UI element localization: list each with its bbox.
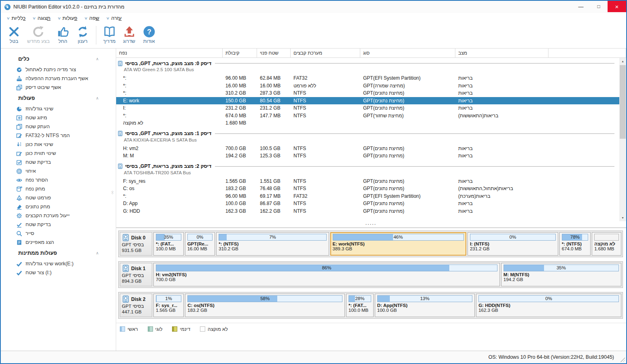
cell-volume: *: bbox=[116, 89, 223, 97]
legend-item-dynamic: דינמי bbox=[172, 326, 190, 332]
sidebar-item-pending-resize[interactable]: שינוי גודל/הזז work(E:) bbox=[1, 259, 116, 268]
disk0-partition-4[interactable]: 0%I: (NTFS)231.2 GB bbox=[468, 232, 558, 256]
table-row-d1-1[interactable]: M: M194.2 GB125.3 GBNTFSGPT(מחיצת נתונים… bbox=[116, 152, 619, 160]
table-row-d0-6[interactable]: לא מוקצה1.680 MB bbox=[116, 119, 619, 127]
disk2-partition-0[interactable]: 1%F: sys_r...1.565 GB bbox=[153, 294, 184, 317]
disk-group-header[interactable]: דיסק 0: מצב מוצק, בריאות, GPT, בסיסי bbox=[116, 60, 619, 67]
sidebar-item-merge[interactable]: מיזוג שטח bbox=[1, 113, 116, 122]
sidebar-item-format[interactable]: פורמט שטח bbox=[1, 193, 116, 202]
sidebar-item-drive-letter[interactable]: שינוי אות כונן bbox=[1, 140, 116, 149]
disk-name: Disk 1 bbox=[122, 265, 150, 272]
close-button[interactable]: × bbox=[608, 1, 626, 12]
sidebar-item-pending-create[interactable]: צור שטח (I:) bbox=[1, 268, 116, 277]
sidebar-item-hide-volume[interactable]: הסתר נפח bbox=[1, 176, 116, 184]
menu-item-general[interactable]: ∨כלליות bbox=[3, 14, 29, 22]
sidebar-item-label: צור שטח (I:) bbox=[26, 270, 51, 275]
section-title: פעולות ממתינות bbox=[18, 250, 57, 256]
column-header-0[interactable]: נפח bbox=[116, 49, 223, 57]
menu-item-language[interactable]: ∨שפה bbox=[81, 14, 103, 22]
table-row-d0-3[interactable]: E: work150.0 GB80.54 GBNTFSGPT(מחיצת נתו… bbox=[116, 97, 619, 105]
disk-info-0[interactable]: Disk 0GPT בסיסי931.5 GB bbox=[120, 232, 152, 256]
table-row-d2-3[interactable]: D: App100.0 GB86.87 GBNTFSGPT(מחיצת נתונ… bbox=[116, 200, 619, 207]
disk-info-2[interactable]: Disk 2GPT בסיסי447.1 GB bbox=[120, 294, 152, 317]
menu-item-view[interactable]: ∨תצוגה bbox=[29, 14, 54, 22]
refresh-button[interactable]: רענון bbox=[73, 25, 93, 44]
table-row-d0-0[interactable]: *:96.00 MB62.84 MBFAT32GPT(EFI System Pa… bbox=[116, 74, 619, 82]
table-row-d0-1[interactable]: *:16.00 MB16.00 MBללא פורמטGPT(מחיצה שמו… bbox=[116, 82, 619, 90]
disk-group-header[interactable]: דיסק 2: מצב מוצק, בריאות, GPT, בסיסי bbox=[116, 163, 619, 170]
disk2-partition-4[interactable]: 0%G: HDD(NTFS)162.3 GB bbox=[476, 294, 621, 317]
apply-button[interactable]: החל bbox=[53, 25, 73, 44]
sidebar-item-label: המר NTFS ל-FAT32 bbox=[26, 133, 70, 138]
horizontal-splitter[interactable]: ▪▪▪▪▪ bbox=[116, 221, 626, 228]
disk-group-header[interactable]: דיסק 1: מצב מוצק, בריאות, GPT, בסיסי bbox=[116, 130, 619, 137]
sidebar-item-optimize-fs[interactable]: ייעול מערכת הקבצים bbox=[1, 211, 116, 220]
sidebar-item-os-migration[interactable]: אשף העברת מערכת ההפעלה bbox=[1, 74, 116, 83]
disk-icon bbox=[122, 295, 130, 303]
vertical-scrollbar[interactable]: ▲ ▼ bbox=[619, 58, 626, 221]
scroll-up-icon[interactable]: ▲ bbox=[619, 58, 626, 65]
table-row-d2-1[interactable]: C: os183.2 GB76.48 GBNTFSGPT(מחיצת נתוני… bbox=[116, 185, 619, 193]
column-header-3[interactable]: מערכת קבצים bbox=[291, 49, 360, 57]
scroll-thumb[interactable] bbox=[620, 65, 626, 139]
disk-info-1[interactable]: Disk 1GPT בסיסי894.3 GB bbox=[120, 263, 152, 286]
about-button[interactable]: ?אודות bbox=[139, 25, 159, 44]
section-header-pending[interactable]: פעולות ממתינות∧ bbox=[1, 247, 116, 259]
minimize-button[interactable]: — bbox=[572, 1, 590, 12]
disk1-partition-0[interactable]: 86%H: vm2(NTFS)700.0 GB bbox=[153, 263, 500, 286]
cell-status: בריאות bbox=[455, 207, 548, 215]
disk0-partition-1[interactable]: 0%GPT(Re...16.00 MB bbox=[185, 232, 215, 256]
guide-button[interactable]: מדריך bbox=[100, 25, 119, 44]
column-header-5[interactable]: מצב bbox=[455, 49, 548, 57]
legend-swatch-dynamic bbox=[172, 326, 177, 332]
sidebar-item-copy[interactable]: העתק שטח bbox=[1, 122, 116, 131]
sidebar-item-resize-move[interactable]: שינוי גודל/הזז bbox=[1, 104, 116, 113]
column-header-4[interactable]: סוג bbox=[360, 49, 455, 57]
disk0-partition-3[interactable]: 46%E: work(NTFS)389.3 GB bbox=[330, 232, 466, 256]
sidebar-splitter[interactable]: ⁘⁘ bbox=[111, 191, 113, 194]
column-header-1[interactable]: קיבולת bbox=[223, 49, 257, 57]
scroll-down-icon[interactable]: ▼ bbox=[619, 214, 626, 221]
disk0-partition-0[interactable]: 35%*: (FAT...100.0 MB bbox=[153, 232, 184, 256]
menu-item-help[interactable]: ∨עזרה bbox=[103, 14, 125, 22]
table-row-d1-0[interactable]: H: vm2700.0 GB100.5 GBNTFSGPT(מחיצת נתונ… bbox=[116, 145, 619, 152]
sidebar-item-wipe-data[interactable]: מחק נתונים bbox=[1, 202, 116, 211]
section-header-operations[interactable]: פעולות∧ bbox=[1, 92, 116, 104]
column-header-6[interactable] bbox=[548, 49, 626, 57]
upgrade-button[interactable]: שדרוג bbox=[119, 25, 139, 44]
resize-grip[interactable] bbox=[620, 357, 625, 362]
table-row-d2-4[interactable]: G: HDD162.3 GB162.2 GBNTFSGPT(מחיצת נתונ… bbox=[116, 207, 619, 215]
table-row-d0-5[interactable]: *:674.0 MB147.7 MBNTFSGPT(מחיצת שחזור)בר… bbox=[116, 112, 619, 120]
maximize-button[interactable]: □ bbox=[590, 1, 608, 12]
disk0-partition-5[interactable]: 78%*: (NTFS)674.0 MB bbox=[559, 232, 591, 256]
sidebar-item-bootable-media[interactable]: צור מדיה ניתנת לאתחול bbox=[1, 65, 116, 74]
table-row-d2-2[interactable]: *:96.00 MB69.17 MBFAT32GPT(EFI System Pa… bbox=[116, 193, 619, 200]
table-row-d0-2[interactable]: *:310.2 GB287.3 GBNTFSGPT(מחיצת נתונים)ב… bbox=[116, 89, 619, 97]
redo-button[interactable]: בצע מחדש bbox=[24, 25, 53, 44]
os-info: OS: Windows 10 Pro 64-bit (Version:22H2,… bbox=[488, 354, 614, 360]
sidebar-item-disk-clone[interactable]: אשף שיבוט דיסק bbox=[1, 83, 116, 92]
sidebar-item-properties[interactable]: הצג מאפיינים bbox=[1, 238, 116, 247]
disk0-partition-6[interactable]: לא מוקצה1.680 MB bbox=[592, 232, 621, 256]
disk2-partition-3[interactable]: 13%D: App(NTFS)100.0 GB bbox=[375, 294, 475, 317]
sidebar-item-explore[interactable]: סייר bbox=[1, 229, 116, 238]
undo-button[interactable]: בטל bbox=[4, 25, 24, 44]
cell-free-space: 86.87 GB bbox=[257, 200, 291, 207]
sidebar-item-drive-label[interactable]: שינוי תווית כונן bbox=[1, 149, 116, 158]
disk0-partition-2[interactable]: 7%*: (NTFS)310.2 GB bbox=[216, 232, 329, 256]
section-header-tools[interactable]: כלים∧ bbox=[1, 53, 116, 65]
partition-size: 231.2 GB bbox=[470, 246, 556, 251]
sidebar-item-surface-test[interactable]: בדיקת שטח bbox=[1, 220, 116, 229]
table-row-d0-4[interactable]: I:231.2 GB231.2 GBNTFSGPT(מחיצת נתונים)ב… bbox=[116, 104, 619, 112]
disk2-partition-1[interactable]: 58%C: os(NTFS)183.2 GB bbox=[185, 294, 345, 317]
cell-extra bbox=[548, 82, 619, 90]
disk2-partition-2[interactable]: 28%*: (FAT...100.0 MB bbox=[346, 294, 374, 317]
menu-item-operations[interactable]: ∨פעולות bbox=[54, 14, 81, 22]
sidebar-item-convert[interactable]: המר NTFS ל-FAT32 bbox=[1, 131, 116, 140]
column-header-2[interactable]: שטח פנוי bbox=[257, 49, 291, 57]
sidebar-item-check-partition[interactable]: בדיקת שטח bbox=[1, 158, 116, 167]
table-row-d2-0[interactable]: F: sys_res1.565 GB1.551 GBNTFSGPT(מחיצת … bbox=[116, 178, 619, 185]
disk1-partition-1[interactable]: 35%M: M(NTFS)194.2 GB bbox=[501, 263, 621, 286]
sidebar-item-delete-volume[interactable]: מחק נפח bbox=[1, 184, 116, 193]
sidebar-item-defrag[interactable]: איחוי bbox=[1, 167, 116, 176]
